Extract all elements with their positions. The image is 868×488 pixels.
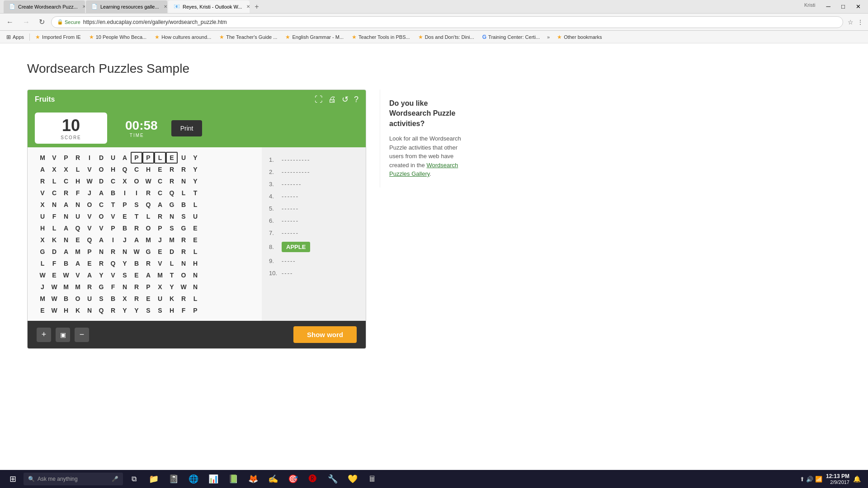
grid-cell[interactable]: L: [72, 164, 84, 175]
grid-cell[interactable]: E: [48, 269, 60, 281]
grid-cell[interactable]: R: [142, 258, 154, 269]
grid-cell[interactable]: V: [84, 211, 95, 222]
grid-cell[interactable]: L: [166, 258, 178, 269]
grid-cell[interactable]: A: [119, 152, 131, 164]
grid-cell[interactable]: V: [107, 211, 119, 222]
tab-close-1[interactable]: ✕: [82, 4, 85, 9]
grid-cell[interactable]: S: [154, 305, 166, 316]
taskbar-word[interactable]: ✍: [264, 470, 282, 488]
grid-cell[interactable]: E: [72, 234, 84, 246]
grid-cell[interactable]: A: [72, 258, 84, 269]
grid-cell[interactable]: H: [142, 164, 154, 175]
grid-cell[interactable]: K: [166, 293, 178, 305]
grid-cell[interactable]: U: [107, 152, 119, 164]
taskbar-firefox[interactable]: 🦊: [244, 470, 262, 488]
grid-cell[interactable]: L: [48, 175, 60, 187]
maximize-button[interactable]: □: [838, 2, 849, 11]
grid-cell[interactable]: Y: [189, 175, 201, 187]
grid-cell[interactable]: W: [60, 269, 72, 281]
grid-cell[interactable]: H: [107, 164, 119, 175]
grid-cell[interactable]: P: [154, 222, 166, 234]
grid-cell[interactable]: G: [95, 281, 107, 293]
grid-cell[interactable]: U: [72, 211, 84, 222]
grid-cell[interactable]: F: [107, 281, 119, 293]
taskbar-task-view[interactable]: ⧉: [125, 470, 143, 488]
grid-cell[interactable]: S: [166, 222, 178, 234]
grid-cell[interactable]: Q: [72, 222, 84, 234]
grid-cell[interactable]: W: [48, 293, 60, 305]
grid-cell[interactable]: L: [189, 246, 201, 258]
grid-cell[interactable]: Q: [107, 258, 119, 269]
grid-cell[interactable]: D: [166, 246, 178, 258]
zoom-reset-button[interactable]: ▣: [56, 328, 70, 342]
grid-cell[interactable]: G: [37, 246, 48, 258]
bm-cultures[interactable]: ★ How cultures around...: [152, 33, 214, 41]
grid-cell[interactable]: F: [178, 305, 189, 316]
restart-button[interactable]: ↺: [342, 94, 349, 104]
grid-cell[interactable]: V: [84, 164, 95, 175]
grid-cell[interactable]: O: [131, 175, 142, 187]
grid-cell[interactable]: E: [189, 222, 201, 234]
grid-cell[interactable]: E: [154, 164, 166, 175]
grid-cell[interactable]: N: [166, 211, 178, 222]
grid-cell[interactable]: P: [107, 222, 119, 234]
taskbar-search-bar[interactable]: 🔍 Ask me anything 🎤: [24, 473, 123, 485]
close-button[interactable]: ✕: [852, 2, 864, 11]
grid-cell[interactable]: B: [60, 293, 72, 305]
grid-cell[interactable]: G: [178, 222, 189, 234]
grid-cell[interactable]: X: [154, 281, 166, 293]
grid-cell[interactable]: N: [189, 269, 201, 281]
grid-cell[interactable]: X: [37, 199, 48, 211]
grid-cell[interactable]: T: [131, 211, 142, 222]
grid-cell[interactable]: V: [48, 152, 60, 164]
taskbar-app-11[interactable]: 💛: [344, 470, 362, 488]
grid-cell[interactable]: G: [142, 246, 154, 258]
grid-cell[interactable]: R: [178, 246, 189, 258]
grid-cell[interactable]: M: [72, 281, 84, 293]
refresh-button[interactable]: ↻: [36, 17, 47, 27]
grid-cell[interactable]: P: [131, 152, 142, 164]
grid-cell[interactable]: Y: [189, 152, 201, 164]
grid-cell[interactable]: U: [189, 211, 201, 222]
grid-cell[interactable]: X: [37, 234, 48, 246]
grid-cell[interactable]: N: [72, 199, 84, 211]
grid-cell[interactable]: R: [60, 187, 72, 199]
bm-training[interactable]: G Training Center: Certi...: [480, 33, 542, 41]
grid-cell[interactable]: U: [154, 293, 166, 305]
grid-cell[interactable]: C: [131, 164, 142, 175]
grid-cell[interactable]: D: [95, 152, 107, 164]
grid-cell[interactable]: E: [166, 152, 178, 164]
grid-cell[interactable]: R: [37, 175, 48, 187]
grid-cell[interactable]: X: [119, 293, 131, 305]
grid-cell[interactable]: A: [60, 222, 72, 234]
grid-cell[interactable]: R: [72, 152, 84, 164]
grid-cell[interactable]: A: [95, 234, 107, 246]
grid-cell[interactable]: J: [119, 234, 131, 246]
grid-cell[interactable]: M: [72, 246, 84, 258]
grid-cell[interactable]: H: [189, 258, 201, 269]
taskbar-app-9[interactable]: 🅡: [304, 470, 322, 488]
grid-cell[interactable]: R: [107, 246, 119, 258]
bm-dos-donts[interactable]: ★ Dos and Don'ts: Dini...: [415, 33, 477, 41]
grid-cell[interactable]: Y: [119, 258, 131, 269]
grid-cell[interactable]: A: [95, 187, 107, 199]
grid-cell[interactable]: P: [142, 281, 154, 293]
new-tab-button[interactable]: +: [250, 0, 263, 13]
show-word-button[interactable]: Show word: [293, 326, 357, 343]
grid-cell[interactable]: R: [178, 234, 189, 246]
print-button[interactable]: Print: [171, 120, 203, 136]
grid-cell[interactable]: R: [107, 305, 119, 316]
grid-cell[interactable]: T: [107, 199, 119, 211]
grid-cell[interactable]: N: [189, 281, 201, 293]
bm-teacher[interactable]: ★ The Teacher's Guide ...: [217, 33, 280, 41]
grid-cell[interactable]: L: [142, 211, 154, 222]
grid-cell[interactable]: M: [37, 293, 48, 305]
grid-cell[interactable]: K: [48, 234, 60, 246]
grid-cell[interactable]: X: [48, 164, 60, 175]
grid-cell[interactable]: J: [37, 281, 48, 293]
grid-cell[interactable]: B: [60, 258, 72, 269]
tab-close-2[interactable]: ✕: [164, 4, 167, 9]
grid-cell[interactable]: D: [95, 175, 107, 187]
grid-cell[interactable]: M: [60, 281, 72, 293]
grid-cell[interactable]: A: [142, 269, 154, 281]
